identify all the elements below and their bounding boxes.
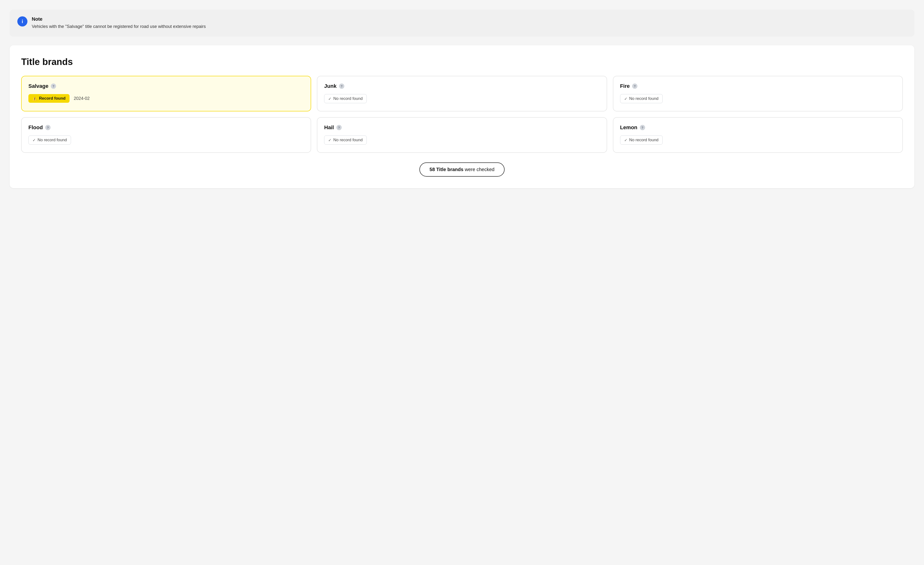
brand-name-salvage: Salvage: [28, 83, 48, 89]
help-icon-junk[interactable]: ?: [339, 84, 344, 89]
status-badge-hail: ✓ No record found: [324, 135, 367, 145]
note-content: Note Vehicles with the "Salvage" title c…: [32, 16, 206, 30]
brand-header-fire: Fire ?: [620, 83, 896, 89]
help-icon-lemon[interactable]: ?: [640, 125, 645, 130]
record-date-salvage: 2024-02: [74, 96, 90, 101]
checked-count: 58: [429, 167, 435, 172]
help-icon-flood[interactable]: ?: [45, 125, 51, 130]
brand-header-lemon: Lemon ?: [620, 124, 896, 131]
status-label-junk: No record found: [333, 96, 363, 101]
note-banner: i Note Vehicles with the "Salvage" title…: [10, 10, 914, 37]
status-row-flood: ✓ No record found: [28, 135, 304, 145]
brand-header-flood: Flood ?: [28, 124, 304, 131]
check-icon-lemon: ✓: [624, 138, 627, 142]
status-label-hail: No record found: [333, 138, 363, 142]
brand-card-fire: Fire ? ✓ No record found: [613, 76, 903, 111]
note-title: Note: [32, 16, 206, 22]
brand-card-hail: Hail ? ✓ No record found: [317, 117, 607, 153]
status-label-flood: No record found: [38, 138, 67, 142]
main-card: Title brands Salvage ? ⚠️ Record found 2…: [10, 45, 914, 188]
brand-header-salvage: Salvage ?: [28, 83, 304, 89]
info-icon: i: [17, 16, 27, 27]
help-icon-fire[interactable]: ?: [632, 84, 638, 89]
status-badge-junk: ✓ No record found: [324, 94, 367, 103]
help-icon-salvage[interactable]: ?: [51, 84, 56, 89]
status-row-salvage: ⚠️ Record found 2024-02: [28, 94, 304, 103]
brand-name-flood: Flood: [28, 124, 43, 131]
note-text: Vehicles with the "Salvage" title cannot…: [32, 23, 206, 30]
brand-name-lemon: Lemon: [620, 124, 638, 131]
status-row-lemon: ✓ No record found: [620, 135, 896, 145]
section-title: Title brands: [21, 57, 903, 67]
checked-pill: 58 Title brands were checked: [419, 162, 505, 177]
checked-summary: 58 Title brands were checked: [21, 162, 903, 177]
status-row-fire: ✓ No record found: [620, 94, 896, 103]
brand-card-flood: Flood ? ✓ No record found: [21, 117, 311, 153]
brand-card-salvage: Salvage ? ⚠️ Record found 2024-02: [21, 76, 311, 111]
status-row-hail: ✓ No record found: [324, 135, 600, 145]
status-badge-lemon: ✓ No record found: [620, 135, 663, 145]
checked-suffix: were checked: [465, 167, 494, 172]
brand-name-fire: Fire: [620, 83, 630, 89]
brand-card-lemon: Lemon ? ✓ No record found: [613, 117, 903, 153]
check-icon-hail: ✓: [328, 138, 332, 142]
status-label-fire: No record found: [629, 96, 658, 101]
brand-name-hail: Hail: [324, 124, 334, 131]
warning-icon: ⚠️: [32, 96, 37, 101]
brand-header-junk: Junk ?: [324, 83, 600, 89]
brand-card-junk: Junk ? ✓ No record found: [317, 76, 607, 111]
brand-header-hail: Hail ?: [324, 124, 600, 131]
help-icon-hail[interactable]: ?: [336, 125, 342, 130]
check-icon-flood: ✓: [33, 138, 36, 142]
checked-label: Title brands: [436, 167, 464, 172]
check-icon-junk: ✓: [328, 96, 332, 101]
check-icon-fire: ✓: [624, 96, 627, 101]
status-row-junk: ✓ No record found: [324, 94, 600, 103]
status-badge-salvage: ⚠️ Record found: [28, 94, 69, 103]
status-badge-fire: ✓ No record found: [620, 94, 663, 103]
status-badge-flood: ✓ No record found: [28, 135, 71, 145]
brand-name-junk: Junk: [324, 83, 336, 89]
status-label-salvage: Record found: [39, 96, 66, 101]
status-label-lemon: No record found: [629, 138, 658, 142]
brands-grid: Salvage ? ⚠️ Record found 2024-02 Junk ?…: [21, 76, 903, 153]
